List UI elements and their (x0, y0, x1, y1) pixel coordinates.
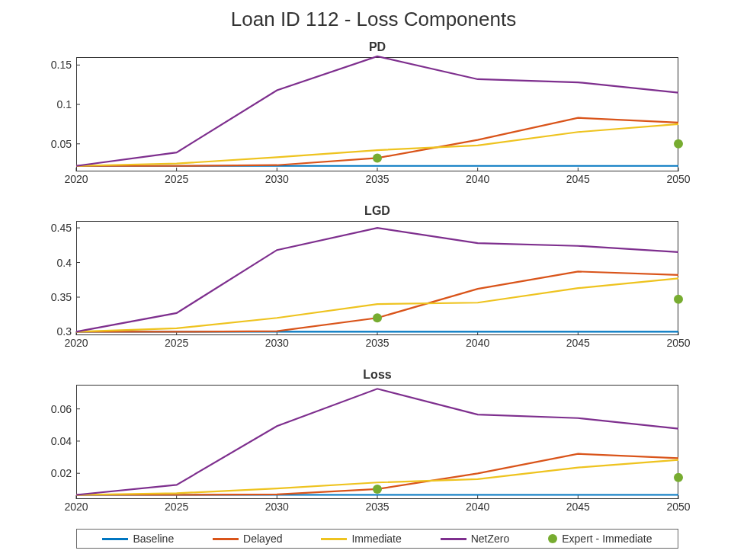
xtick-label: 2050 (666, 335, 690, 349)
xtick-label: 2035 (365, 499, 389, 513)
legend-item-delayed: Delayed (213, 533, 282, 545)
xtick-label: 2045 (566, 499, 590, 513)
expert-marker (373, 153, 382, 162)
legend-label-delayed: Delayed (243, 533, 282, 545)
ytick-label: 0.1 (57, 98, 76, 110)
xtick-label: 2020 (64, 335, 88, 349)
legend-line-immediate (321, 538, 347, 540)
legend-item-baseline: Baseline (102, 533, 174, 545)
panel-title-loss: Loss (76, 368, 678, 382)
ytick-label: 0.35 (51, 291, 76, 303)
legend-item-netzero: NetZero (441, 533, 510, 545)
legend-dot-expert (548, 534, 557, 543)
xtick-label: 2030 (265, 499, 289, 513)
xtick-label: 2020 (64, 499, 88, 513)
legend-item-expert: Expert - Immediate (548, 533, 652, 545)
ytick-label: 0.4 (57, 257, 76, 269)
legend-label-immediate: Immediate (351, 533, 401, 545)
panel-title-pd: PD (76, 40, 678, 54)
legend: Baseline Delayed Immediate NetZero Exper… (76, 529, 678, 549)
xtick-label: 2030 (265, 335, 289, 349)
chart-panel-loss: Loss 0.020.040.0620202025203020352040204… (76, 385, 678, 499)
figure-title: Loan ID 112 - Loss Components (0, 8, 747, 31)
xtick-label: 2025 (165, 335, 188, 349)
expert-marker (373, 313, 382, 322)
series-line-netzero (76, 389, 678, 494)
xtick-label: 2025 (165, 499, 188, 513)
plot-loss (76, 385, 678, 499)
ytick-label: 0.15 (51, 59, 76, 71)
expert-marker (674, 295, 683, 304)
figure: Loan ID 112 - Loss Components PD 0.050.1… (0, 0, 747, 560)
xtick-label: 2040 (466, 171, 489, 185)
xtick-label: 2050 (666, 171, 690, 185)
legend-label-baseline: Baseline (133, 533, 174, 545)
expert-marker (674, 139, 683, 149)
xtick-label: 2035 (365, 171, 389, 185)
xtick-label: 2020 (64, 171, 88, 185)
panel-title-lgd: LGD (76, 204, 678, 218)
legend-item-immediate: Immediate (321, 533, 401, 545)
legend-line-netzero (441, 538, 466, 540)
series-line-delayed (76, 271, 678, 331)
xtick-label: 2050 (666, 499, 690, 513)
expert-marker (674, 473, 683, 482)
expert-marker (373, 485, 382, 494)
xtick-label: 2045 (566, 335, 590, 349)
ytick-label: 0.02 (51, 467, 76, 479)
plot-lgd (76, 221, 678, 335)
ytick-label: 0.05 (51, 138, 76, 150)
xtick-label: 2045 (566, 171, 590, 185)
legend-line-baseline (102, 538, 128, 540)
ytick-label: 0.45 (51, 222, 76, 234)
series-line-immediate (76, 278, 678, 331)
legend-label-expert: Expert - Immediate (562, 533, 652, 545)
legend-label-netzero: NetZero (471, 533, 510, 545)
chart-panel-pd: PD 0.050.10.1520202025203020352040204520… (76, 57, 678, 171)
ytick-label: 0.06 (51, 403, 76, 415)
plot-pd (76, 57, 678, 171)
chart-panel-lgd: LGD 0.30.350.40.452020202520302035204020… (76, 221, 678, 335)
xtick-label: 2040 (466, 499, 489, 513)
xtick-label: 2025 (165, 171, 188, 185)
xtick-label: 2035 (365, 335, 389, 349)
xtick-label: 2030 (265, 171, 289, 185)
xtick-label: 2040 (466, 335, 489, 349)
ytick-label: 0.04 (51, 435, 76, 447)
legend-line-delayed (213, 538, 239, 540)
